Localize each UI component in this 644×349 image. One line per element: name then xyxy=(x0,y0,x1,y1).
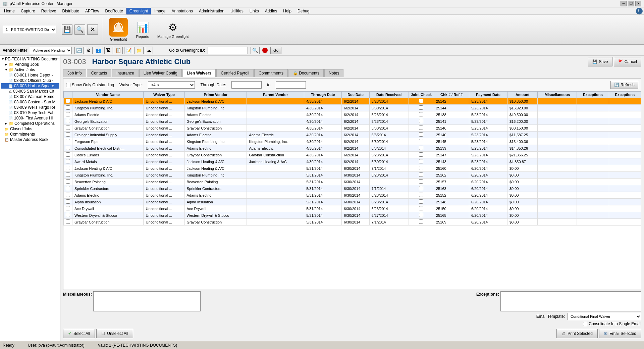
tree-completed[interactable]: ▶ 📁 Completed Operations xyxy=(1,121,59,126)
show-outstanding-label[interactable]: Show Only Outstanding xyxy=(66,83,114,87)
unselect-all-button[interactable]: ☐ Unselect All xyxy=(96,329,133,338)
row-checkbox[interactable] xyxy=(66,152,70,157)
row-joint-checkbox[interactable] xyxy=(419,186,423,190)
row-checkbox[interactable] xyxy=(66,172,70,177)
row-checkbox[interactable] xyxy=(66,206,70,210)
close-toolbar-button[interactable]: ✕ xyxy=(87,24,98,35)
row-checkbox[interactable] xyxy=(66,219,70,224)
misc-textarea[interactable] xyxy=(93,291,201,311)
cloud-icon-btn[interactable]: ☁ xyxy=(145,47,153,54)
menu-links[interactable]: Links xyxy=(247,8,262,14)
row-joint-checkbox[interactable] xyxy=(419,172,423,177)
row-joint-checkbox[interactable] xyxy=(419,112,423,116)
tab-insurance[interactable]: Insurance xyxy=(112,69,139,77)
table-row[interactable]: Consolidated Electrical Distri...Uncondi… xyxy=(64,145,641,152)
menu-docroute[interactable]: DocRoute xyxy=(102,8,125,14)
row-checkbox[interactable] xyxy=(66,99,70,103)
consolidate-checkbox[interactable] xyxy=(583,322,587,326)
row-checkbox[interactable] xyxy=(66,213,70,217)
through-date-from-input[interactable] xyxy=(231,81,262,89)
menu-image[interactable]: Image xyxy=(152,8,168,14)
tree-item-03003[interactable]: 📄 03-003 Harbor Square xyxy=(1,83,59,89)
table-row[interactable]: Beaverton PaintingUnconditional ...Beave… xyxy=(64,179,641,185)
menu-greenlight[interactable]: Greenlight xyxy=(126,8,151,14)
users-icon-btn[interactable]: 👥 xyxy=(94,47,103,54)
restore-button[interactable]: ❐ xyxy=(628,1,634,6)
row-checkbox[interactable] xyxy=(66,166,70,170)
row-joint-checkbox[interactable] xyxy=(419,132,423,137)
email-selected-button[interactable]: ✉ Email Selected xyxy=(599,329,641,338)
tab-commitments[interactable]: Commitments xyxy=(254,69,288,77)
row-checkbox[interactable] xyxy=(66,105,70,110)
tree-root[interactable]: ▼ PE-TECHWRITING Documents xyxy=(1,56,59,62)
tree-item-03002[interactable]: 📄 03-002 Officers Club - xyxy=(1,78,59,83)
minimize-button[interactable]: ─ xyxy=(621,1,627,6)
tree-commitments[interactable]: 📁 Commitments xyxy=(1,132,59,137)
save-button[interactable]: 💾 Save xyxy=(588,57,612,66)
table-row[interactable]: Grainger Industrial SupplyUnconditional … xyxy=(64,132,641,138)
menu-administration[interactable]: Administration xyxy=(196,8,227,14)
tab-contacts[interactable]: Contacts xyxy=(87,69,111,77)
through-date-to-input[interactable] xyxy=(276,81,306,89)
reports-toolbar-btn[interactable]: 📊 Reports xyxy=(133,19,152,40)
tree-item-03005[interactable]: ⚠ 03-005 San Marcos Cit xyxy=(1,89,59,94)
table-row[interactable]: Adams ElectricUnconditional ...Adams Ele… xyxy=(64,111,641,118)
tab-lien-waivers[interactable]: Lien Waivers xyxy=(182,69,216,77)
list-icon-btn[interactable]: 📋 xyxy=(114,47,123,54)
row-joint-checkbox[interactable] xyxy=(419,159,423,163)
build-icon-btn[interactable]: 🏗 xyxy=(104,47,112,54)
tab-documents[interactable]: 🔒 Documents xyxy=(288,69,324,77)
refresh-icon-btn[interactable]: 🔄 xyxy=(74,47,84,54)
row-checkbox[interactable] xyxy=(66,193,70,197)
menu-home[interactable]: Home xyxy=(1,8,17,14)
document-dropdown[interactable]: 1 - PE-TECHWRITING Documer xyxy=(3,26,56,33)
table-row[interactable]: Kingston Plumbing, Inc.Unconditional ...… xyxy=(64,172,641,179)
menu-capture[interactable]: Capture xyxy=(18,8,38,14)
go-button[interactable]: Go xyxy=(270,47,281,54)
menu-annotations[interactable]: Annotations xyxy=(169,8,196,14)
tree-item-03009[interactable]: 📄 03-009 Wells Fargo Re xyxy=(1,105,59,110)
table-row[interactable]: Sprinkler ContractorsUnconditional ...Sp… xyxy=(64,185,641,192)
row-joint-checkbox[interactable] xyxy=(419,152,423,157)
tree-master-address[interactable]: 📋 Master Address Book xyxy=(1,137,59,142)
row-checkbox[interactable] xyxy=(66,179,70,184)
row-checkbox[interactable] xyxy=(66,132,70,137)
row-joint-checkbox[interactable] xyxy=(419,105,423,110)
table-row[interactable]: Award MetalsUnconditional ...Jackson Hea… xyxy=(64,158,641,165)
greenlight-toolbar-btn[interactable]: Greenlight xyxy=(106,16,130,43)
search-toolbar-button[interactable]: 🔍 xyxy=(74,24,85,35)
vendor-filter-dropdown[interactable]: Active and Pending Active Pending All xyxy=(30,47,72,54)
tab-notes[interactable]: Notes xyxy=(324,69,343,77)
row-joint-checkbox[interactable] xyxy=(419,119,423,123)
menu-distribute[interactable]: Distribute xyxy=(59,8,82,14)
tree-item-03008[interactable]: 📄 03-008 Costco - San M xyxy=(1,99,59,105)
row-joint-checkbox[interactable] xyxy=(419,219,423,224)
row-joint-checkbox[interactable] xyxy=(419,179,423,184)
row-checkbox[interactable] xyxy=(66,112,70,116)
row-checkbox[interactable] xyxy=(66,139,70,143)
cancel-button[interactable]: 🚩 Cancel xyxy=(614,57,641,66)
row-joint-checkbox[interactable] xyxy=(419,126,423,130)
row-checkbox[interactable] xyxy=(66,126,70,130)
menu-debug[interactable]: Debug xyxy=(295,8,312,14)
save-toolbar-button[interactable]: 💾 xyxy=(62,24,72,35)
row-checkbox[interactable] xyxy=(66,146,70,150)
tab-job-info[interactable]: Job Info xyxy=(63,69,86,77)
menu-retrieve[interactable]: Retrieve xyxy=(39,8,59,14)
show-outstanding-checkbox[interactable] xyxy=(66,83,70,87)
table-row[interactable]: Ace DrywallUnconditional ...Ace Drywall5… xyxy=(64,205,641,212)
row-checkbox[interactable] xyxy=(66,119,70,123)
tree-item-03007[interactable]: 📄 03-007 Walmart Remo xyxy=(1,94,59,99)
search-go-icon[interactable]: 🔍 xyxy=(251,47,260,54)
tree-active-jobs[interactable]: ▼ 📁 Active Jobs xyxy=(1,67,59,72)
table-row[interactable]: Western Drywall & StuccoUnconditional ..… xyxy=(64,212,641,219)
row-joint-checkbox[interactable] xyxy=(419,146,423,150)
email-template-select[interactable]: Conditional Final Waiver Unconditional W… xyxy=(568,313,641,320)
row-joint-checkbox[interactable] xyxy=(419,199,423,204)
table-row[interactable]: Alpha InsulationUnconditional ...Alpha I… xyxy=(64,199,641,205)
table-row[interactable]: Jackson Heating & A/CUnconditional ...Ja… xyxy=(64,165,641,172)
row-joint-checkbox[interactable] xyxy=(419,213,423,217)
tab-certified-payroll[interactable]: Certified Payroll xyxy=(216,69,254,77)
edit-icon-btn[interactable]: 📝 xyxy=(124,47,133,54)
table-row[interactable]: Graybar ConstructionUnconditional ...Gra… xyxy=(64,219,641,226)
